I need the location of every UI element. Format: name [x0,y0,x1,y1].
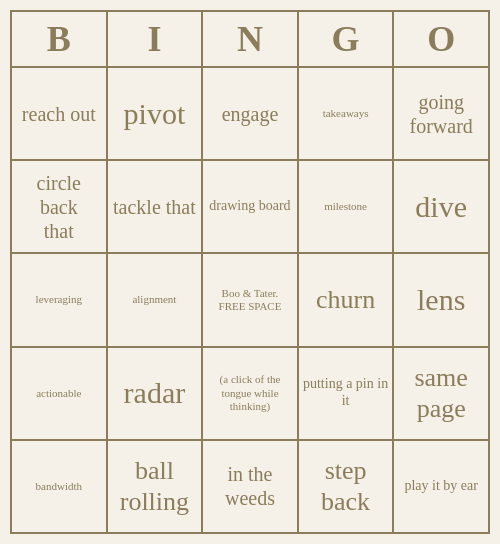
bingo-row-0: reach outpivotengagetakeawaysgoing forwa… [12,68,488,161]
header-letter-n: N [203,12,299,66]
bingo-cell-r3-c3: putting a pin in it [299,348,395,439]
cell-text-r2-c1: alignment [132,293,176,306]
cell-text-r2-c4: lens [417,282,465,318]
bingo-cell-r2-c4: lens [394,254,488,345]
bingo-cell-r1-c2: drawing board [203,161,299,252]
header-letter-b: B [12,12,108,66]
cell-text-r4-c2: in the weeds [207,462,293,510]
bingo-cell-r4-c0: bandwidth [12,441,108,532]
cell-text-r1-c3: milestone [324,200,367,213]
bingo-cell-r4-c3: step back [299,441,395,532]
cell-text-r3-c0: actionable [36,387,81,400]
cell-text-r2-c0: leveraging [36,293,82,306]
bingo-cell-r4-c2: in the weeds [203,441,299,532]
bingo-row-3: actionableradar(a click of the tongue wh… [12,348,488,441]
bingo-cell-r0-c1: pivot [108,68,204,159]
bingo-cell-r0-c3: takeaways [299,68,395,159]
bingo-cell-r4-c1: ball rolling [108,441,204,532]
cell-text-r4-c4: play it by ear [404,478,477,495]
cell-text-r0-c0: reach out [22,102,96,126]
bingo-cell-r2-c2: Boo & Tater. FREE SPACE [203,254,299,345]
bingo-cell-r0-c0: reach out [12,68,108,159]
cell-text-r0-c2: engage [222,102,279,126]
bingo-cell-r2-c3: churn [299,254,395,345]
bingo-cell-r3-c2: (a click of the tongue while thinking) [203,348,299,439]
bingo-row-2: leveragingalignmentBoo & Tater. FREE SPA… [12,254,488,347]
cell-text-r2-c3: churn [316,284,375,315]
bingo-cell-r2-c0: leveraging [12,254,108,345]
cell-text-r4-c0: bandwidth [36,480,82,493]
bingo-cell-r1-c4: dive [394,161,488,252]
bingo-cell-r1-c1: tackle that [108,161,204,252]
bingo-cell-r0-c2: engage [203,68,299,159]
cell-text-r1-c1: tackle that [113,195,196,219]
cell-text-r4-c1: ball rolling [112,455,198,517]
bingo-cell-r0-c4: going forward [394,68,488,159]
bingo-cell-r3-c0: actionable [12,348,108,439]
bingo-cell-r2-c1: alignment [108,254,204,345]
bingo-cell-r1-c3: milestone [299,161,395,252]
cell-text-r0-c1: pivot [124,96,186,132]
header-letter-g: G [299,12,395,66]
bingo-card: BINGO reach outpivotengagetakeawaysgoing… [10,10,490,534]
cell-text-r2-c2: Boo & Tater. FREE SPACE [207,287,293,313]
header-letter-o: O [394,12,488,66]
bingo-cell-r1-c0: circle backthat [12,161,108,252]
header-letter-i: I [108,12,204,66]
cell-text-r3-c4: same page [398,362,484,424]
bingo-cell-r4-c4: play it by ear [394,441,488,532]
bingo-row-4: bandwidthball rollingin the weedsstep ba… [12,441,488,532]
cell-text-r1-c0: circle backthat [16,171,102,243]
bingo-cell-r3-c4: same page [394,348,488,439]
cell-text-r1-c4: dive [415,189,467,225]
cell-text-r0-c4: going forward [398,90,484,138]
cell-text-r3-c2: (a click of the tongue while thinking) [207,373,293,413]
bingo-header: BINGO [12,12,488,68]
cell-text-r0-c3: takeaways [323,107,369,120]
cell-text-r3-c1: radar [124,375,186,411]
cell-text-r3-c3: putting a pin in it [303,376,389,410]
bingo-grid: reach outpivotengagetakeawaysgoing forwa… [12,68,488,532]
cell-text-r1-c2: drawing board [209,198,290,215]
cell-text-r4-c3: step back [303,455,389,517]
bingo-cell-r3-c1: radar [108,348,204,439]
bingo-row-1: circle backthattackle thatdrawing boardm… [12,161,488,254]
